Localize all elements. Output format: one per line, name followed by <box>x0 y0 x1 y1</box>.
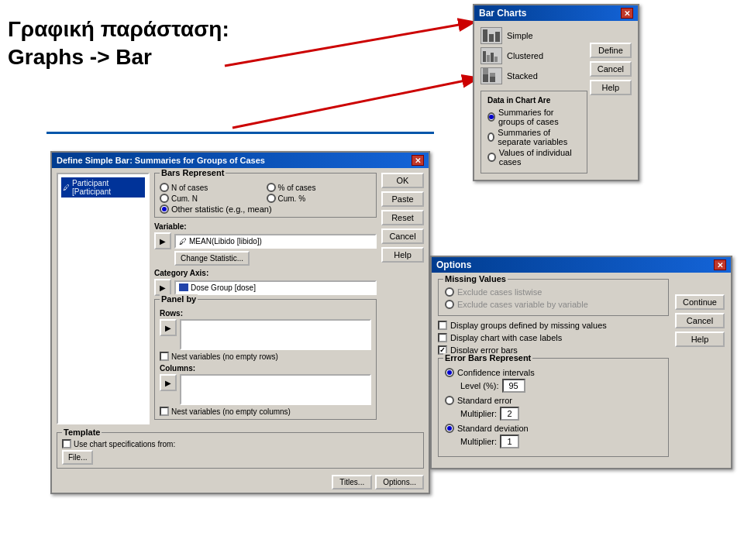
standard-deviation-option[interactable]: Standard deviation <box>445 424 662 433</box>
exclude-variable-option: Exclude cases variable by variable <box>445 300 662 309</box>
cum-pct-radio[interactable] <box>267 194 276 203</box>
nest-rows-checkbox[interactable] <box>160 352 169 361</box>
individual-label: Values of individual cases <box>499 148 580 167</box>
options-button[interactable]: Options... <box>375 475 424 490</box>
n-of-cases-radio[interactable] <box>160 183 169 192</box>
help-button-define[interactable]: Help <box>381 247 424 263</box>
standard-error-label: Standard error <box>457 396 512 405</box>
category-value: Dose Group [dose] <box>191 283 256 292</box>
bar-charts-titlebar: Bar Charts ✕ <box>474 5 638 21</box>
columns-arrow-button[interactable]: ▶ <box>160 374 177 391</box>
confidence-option[interactable]: Confidence intervals <box>445 368 662 377</box>
exclude-listwise-label: Exclude cases listwise <box>457 287 542 297</box>
ok-button[interactable]: OK <box>381 173 424 188</box>
clustered-bar-icon <box>480 47 502 64</box>
individual-radio[interactable] <box>487 153 496 162</box>
category-arrow-button[interactable]: ▶ <box>154 279 171 296</box>
define-bar-buttons: OK Paste Reset Cancel Help <box>381 173 424 424</box>
panel-rows-section: Rows: ▶ Nest variables (no empty rows) C… <box>160 309 371 416</box>
other-stat-row[interactable]: Other statistic (e.g., mean) <box>160 204 371 214</box>
other-stat-radio[interactable] <box>160 204 169 214</box>
category-section: Category Axis: ▶ Dose Group [dose] <box>154 269 377 296</box>
blue-divider <box>46 132 434 134</box>
participant-label: Participant [Participant <box>72 179 143 196</box>
multiplier2-row: Multiplier: <box>460 435 662 448</box>
summaries-groups-radio[interactable] <box>487 112 495 122</box>
define-button[interactable]: Define <box>590 43 632 58</box>
cancel-button-define[interactable]: Cancel <box>381 228 424 244</box>
rows-arrow-button[interactable]: ▶ <box>160 319 177 336</box>
level-value: 95 <box>508 381 518 390</box>
variable-field: 🖊 MEAN(Libido [libido]) <box>174 234 377 249</box>
stacked-bar-icon <box>480 67 502 84</box>
cum-n-label: Cum. N <box>171 194 198 203</box>
n-of-cases-option[interactable]: N of cases <box>160 183 265 192</box>
help-button[interactable]: Help <box>590 80 632 95</box>
bar-charts-close-button[interactable]: ✕ <box>621 8 633 19</box>
define-bar-title: Define Simple Bar: Summaries for Groups … <box>57 156 265 165</box>
define-bar-close-button[interactable]: ✕ <box>412 155 424 166</box>
reset-button[interactable]: Reset <box>381 210 424 225</box>
data-option-summaries-vars[interactable]: Summaries of separate variables <box>487 128 580 146</box>
display-chart-row[interactable]: Display chart with case labels <box>438 333 669 342</box>
options-cancel-button[interactable]: Cancel <box>675 313 725 328</box>
error-bars-section: Error Bars Represent Confidence interval… <box>438 358 669 457</box>
bars-represent-label: Bars Represent <box>160 168 226 177</box>
exclude-listwise-radio[interactable] <box>445 287 454 297</box>
display-groups-row[interactable]: Display groups defined by missing values <box>438 321 669 330</box>
cum-n-option[interactable]: Cum. N <box>160 194 265 203</box>
pct-of-cases-radio[interactable] <box>267 183 276 192</box>
variable-list: 🖊 Participant [Participant <box>57 173 150 424</box>
data-option-individual[interactable]: Values of individual cases <box>487 148 580 167</box>
titles-button[interactable]: Titles... <box>332 475 372 490</box>
paste-button[interactable]: Paste <box>381 191 424 207</box>
multiplier-value: 2 <box>508 409 512 418</box>
summaries-groups-label: Summaries for groups of cases <box>498 108 580 126</box>
standard-error-radio[interactable] <box>445 396 454 405</box>
display-groups-checkbox[interactable] <box>438 321 447 330</box>
options-close-button[interactable]: ✕ <box>714 259 726 270</box>
participant-item[interactable]: 🖊 Participant [Participant <box>61 177 145 198</box>
use-chart-checkbox[interactable] <box>62 439 71 448</box>
display-chart-checkbox[interactable] <box>438 333 447 342</box>
exclude-variable-radio[interactable] <box>445 300 454 309</box>
panel-by-section: Panel by Rows: ▶ Nest variables (no empt… <box>154 299 377 420</box>
exclude-listwise-option: Exclude cases listwise <box>445 287 662 297</box>
variable-arrow-button[interactable]: ▶ <box>154 232 171 249</box>
bars-represent-options: N of cases % of cases Cum. N Cum. % <box>160 183 371 203</box>
missing-values-section: Missing Values Exclude cases listwise Ex… <box>438 279 669 316</box>
cum-pct-option[interactable]: Cum. % <box>267 194 372 203</box>
variable-section: Variable: ▶ 🖊 MEAN(Libido [libido]) Chan… <box>154 222 377 266</box>
confidence-label: Confidence intervals <box>457 368 535 377</box>
summaries-vars-radio[interactable] <box>487 132 494 142</box>
display-chart-label: Display chart with case labels <box>450 333 562 342</box>
nest-columns-check[interactable]: Nest variables (no empty columns) <box>160 407 371 416</box>
data-section-title: Data in Chart Are <box>487 96 580 105</box>
simple-bar-label: Simple <box>507 31 533 40</box>
standard-error-option[interactable]: Standard error <box>445 396 662 405</box>
nest-rows-check[interactable]: Nest variables (no empty rows) <box>160 352 371 361</box>
template-section: Template Use chart specifications from: … <box>57 432 424 469</box>
cum-n-radio[interactable] <box>160 194 169 203</box>
bar-option-clustered[interactable]: Clustered <box>480 47 587 64</box>
cancel-button[interactable]: Cancel <box>590 61 632 77</box>
confidence-radio[interactable] <box>445 368 454 377</box>
bar-option-simple[interactable]: Simple <box>480 27 587 44</box>
standard-deviation-radio[interactable] <box>445 424 454 433</box>
variable-value: MEAN(Libido [libido]) <box>189 237 262 246</box>
use-chart-row[interactable]: Use chart specifications from: <box>62 439 418 448</box>
pct-of-cases-option[interactable]: % of cases <box>267 183 372 192</box>
bar-charts-body: Simple Clustered <box>474 21 638 180</box>
level-row: Level (%): 95 <box>460 379 662 393</box>
options-help-button[interactable]: Help <box>675 332 725 347</box>
nest-columns-checkbox[interactable] <box>160 407 169 416</box>
change-statistic-button[interactable]: Change Statistic... <box>174 251 250 266</box>
multiplier2-input[interactable] <box>500 435 519 448</box>
summaries-vars-label: Summaries of separate variables <box>498 128 580 146</box>
file-button[interactable]: File... <box>62 450 93 465</box>
bar-option-stacked[interactable]: Stacked <box>480 67 587 84</box>
data-option-summaries-groups[interactable]: Summaries for groups of cases <box>487 108 580 126</box>
rows-field <box>180 319 371 350</box>
continue-button[interactable]: Continue <box>675 294 725 310</box>
clustered-bar-label: Clustered <box>507 51 543 60</box>
